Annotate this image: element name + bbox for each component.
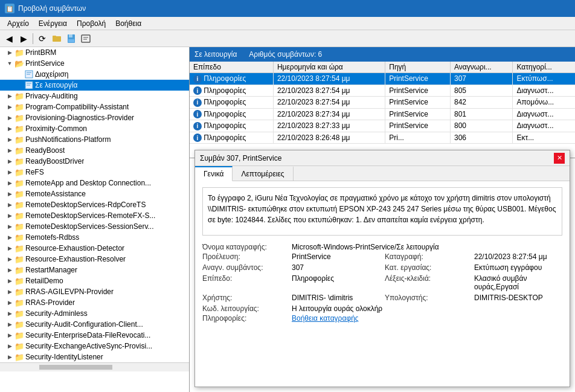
tree-item-printservice[interactable]: ▼ 📂 PrintService (0, 58, 189, 69)
back-button[interactable]: ◀ (2, 32, 16, 45)
tree-item-resource-det[interactable]: ▶ 📁 Resource-Exhaustion-Detector (0, 243, 189, 254)
menu-view[interactable]: Προβολή (72, 18, 111, 29)
menu-file[interactable]: Αρχείο (2, 18, 34, 29)
tree-horizontal-scrollbar[interactable] (0, 362, 189, 371)
tree-item-ps-operational[interactable]: Σε λειτουργία (0, 80, 189, 91)
scrollbar-track[interactable] (0, 363, 189, 371)
info-icon: i (193, 86, 202, 95)
tree-item-rds-session[interactable]: ▶ 📁 RemoteDesktopServices-SessionServ... (0, 221, 189, 232)
dialog-content[interactable]: Το έγγραφο 2, iGuru Νέα Τεχνολογίας σε π… (195, 181, 570, 387)
menu-help[interactable]: Βοήθεια (111, 18, 146, 29)
tree-toggle-rassist[interactable]: ▶ (5, 189, 14, 199)
properties-button[interactable] (79, 32, 92, 45)
cell-level: i Πληροφορίες (190, 85, 273, 97)
folder-icon-rassist: 📁 (14, 189, 24, 199)
events-table: Επίπεδο Ημερομηνία και ώρα Πηγή Αναγνωρι… (190, 62, 575, 144)
more-info-label: Πληροφορίες: (202, 314, 287, 323)
tree-item-security-audit[interactable]: ▶ 📁 Security-Audit-Configuration-Client.… (0, 319, 189, 330)
tree-item-restartmgr[interactable]: ▶ 📁 RestartManager (0, 265, 189, 275)
tree-item-program-compat[interactable]: ▶ 📁 Program-Compatibility-Assistant (0, 101, 189, 112)
tree-toggle-rras-agile[interactable]: ▶ (5, 287, 14, 297)
folder-icon-sec-admin: 📁 (14, 309, 24, 318)
tab-details[interactable]: Λεπτομέρειες (233, 166, 293, 181)
tree-item-retaildemo[interactable]: ▶ 📁 RetailDemo (0, 275, 189, 286)
col-category[interactable]: Κατηγορί... (513, 62, 575, 73)
table-row[interactable]: i Πληροφορίες 22/10/2023 8:27:33 μμ Prin… (190, 120, 575, 132)
tree-toggle-sec-exch[interactable]: ▶ (5, 341, 14, 351)
tree-toggle-compat[interactable]: ▶ (5, 102, 14, 112)
tree-item-privacy-auditing[interactable]: ▶ 📁 Privacy-Auditing (0, 91, 189, 101)
tree-toggle-privacy[interactable]: ▶ (5, 91, 14, 101)
tree-item-resource-res[interactable]: ▶ 📁 Resource-Exhaustion-Resolver (0, 254, 189, 265)
tree-toggle-rfx[interactable]: ▶ (5, 211, 14, 220)
tree-toggle-prox[interactable]: ▶ (5, 124, 14, 133)
col-id[interactable]: Αναγνωρι... (450, 62, 512, 73)
tree-item-provisioning[interactable]: ▶ 📁 Provisioning-Diagnostics-Provider (0, 112, 189, 123)
tree-item-remoteapp[interactable]: ▶ 📁 RemoteApp and Desktop Connection... (0, 178, 189, 188)
tree-item-security-adminless[interactable]: ▶ 📁 Security-Adminless (0, 308, 189, 319)
tree-toggle-rapp[interactable]: ▶ (5, 178, 14, 188)
more-info-link[interactable]: Βοήθεια καταγραφής (292, 314, 359, 323)
tree-toggle-printservice[interactable]: ▼ (5, 59, 14, 68)
save-button[interactable] (65, 32, 78, 45)
tree-item-remoteassist[interactable]: ▶ 📁 RemoteAssistance (0, 188, 189, 199)
tree-toggle-sec-id[interactable]: ▶ (5, 352, 14, 362)
tab-general[interactable]: Γενικά (195, 166, 233, 181)
open-button[interactable] (50, 32, 63, 45)
tree-item-printbrm[interactable]: ▶ 📁 PrintBRM (0, 47, 189, 58)
tree-item-refs[interactable]: ▶ 📁 ReFS (0, 167, 189, 178)
cell-id: 307 (450, 73, 512, 85)
cell-source: PrintService (385, 120, 451, 132)
tree-toggle-rdp[interactable]: ▶ (5, 200, 14, 210)
tree-toggle-rbd[interactable]: ▶ (5, 156, 14, 166)
tree-item-remotefs-rdbss[interactable]: ▶ 📁 Remotefs-Rdbss (0, 232, 189, 243)
tree-toggle-sec-ent[interactable]: ▶ (5, 330, 14, 340)
tree-item-security-identity[interactable]: ▶ 📁 Security-IdentityListener (0, 352, 189, 362)
tree-label-prox: Proximity-Common (25, 124, 87, 133)
tree-item-ps-management[interactable]: Διαχείριση (0, 69, 189, 80)
tree-toggle-rsess[interactable]: ▶ (5, 222, 14, 231)
tree-item-proximity[interactable]: ▶ 📁 Proximity-Common (0, 123, 189, 134)
title-bar: 📋 Προβολή συμβάντων (0, 0, 575, 17)
tree-toggle-refs[interactable]: ▶ (5, 167, 14, 177)
col-level[interactable]: Επίπεδο (190, 62, 273, 73)
events-table-container[interactable]: Επίπεδο Ημερομηνία και ώρα Πηγή Αναγνωρι… (190, 62, 575, 158)
refresh-button[interactable]: ⟳ (36, 32, 49, 45)
tree-label-retail: RetailDemo (25, 277, 63, 285)
forward-button[interactable]: ▶ (17, 32, 30, 45)
table-row[interactable]: i Πληροφορίες 22/10/2023 8:27:54 μμ Prin… (190, 73, 575, 85)
tree-item-rras-agilevpn[interactable]: ▶ 📁 RRAS-AGILEVPN-Provider (0, 286, 189, 297)
tree-item-rds-remotefx[interactable]: ▶ 📁 RemoteDesktopServices-RemoteFX-S... (0, 210, 189, 221)
dialog-close-button[interactable]: ✕ (554, 153, 565, 164)
tree-item-readyboost[interactable]: ▶ 📁 ReadyBoost (0, 145, 189, 156)
table-row[interactable]: i Πληροφορίες 22/10/2023 8:26:48 μμ Pri.… (190, 132, 575, 144)
menu-action[interactable]: Ενέργεια (34, 18, 72, 29)
tree-toggle-push[interactable]: ▶ (5, 135, 14, 144)
tree-toggle-sec-admin[interactable]: ▶ (5, 309, 14, 318)
tree-toggle-rmgr[interactable]: ▶ (5, 265, 14, 275)
tree-panel[interactable]: ▶ 📁 PrintBRM ▼ 📂 PrintService Διαχείριση… (0, 47, 190, 392)
cell-level: i Πληροφορίες (190, 97, 273, 109)
table-row[interactable]: i Πληροφορίες 22/10/2023 8:27:54 μμ Prin… (190, 85, 575, 97)
tree-item-pushnotif[interactable]: ▶ 📁 PushNotifications-Platform (0, 134, 189, 145)
tree-toggle-rdet[interactable]: ▶ (5, 243, 14, 253)
tree-toggle-prov[interactable]: ▶ (5, 113, 14, 123)
tree-item-security-enterprise[interactable]: ▶ 📁 Security-EnterpriseData-FileRevocati… (0, 330, 189, 341)
tree-toggle-retail[interactable]: ▶ (5, 276, 14, 286)
tree-item-readyboostdriver[interactable]: ▶ 📁 ReadyBoostDriver (0, 156, 189, 167)
table-row[interactable]: i Πληροφορίες 22/10/2023 8:27:54 μμ Prin… (190, 97, 575, 109)
tree-toggle-printbrm[interactable]: ▶ (5, 48, 14, 57)
tree-toggle-rras-prov[interactable]: ▶ (5, 298, 14, 307)
tree-label-sec-audit: Security-Audit-Configuration-Client... (25, 320, 143, 329)
col-source[interactable]: Πηγή (385, 62, 451, 73)
tree-item-rras-provider[interactable]: ▶ 📁 RRAS-Provider (0, 297, 189, 308)
tree-toggle-rb[interactable]: ▶ (5, 146, 14, 155)
table-row[interactable]: i Πληροφορίες 22/10/2023 8:27:34 μμ Prin… (190, 108, 575, 120)
scrollbar-thumb[interactable] (38, 364, 114, 371)
tree-item-rds-rdpcore[interactable]: ▶ 📁 RemoteDesktopServices-RdpCoreTS (0, 199, 189, 210)
col-datetime[interactable]: Ημερομηνία και ώρα (273, 62, 385, 73)
tree-toggle-rres[interactable]: ▶ (5, 254, 14, 264)
tree-toggle-sec-audit[interactable]: ▶ (5, 320, 14, 329)
tree-toggle-rdbss[interactable]: ▶ (5, 233, 14, 242)
tree-item-security-exchange[interactable]: ▶ 📁 Security-ExchangeActiveSync-Provisi.… (0, 341, 189, 352)
